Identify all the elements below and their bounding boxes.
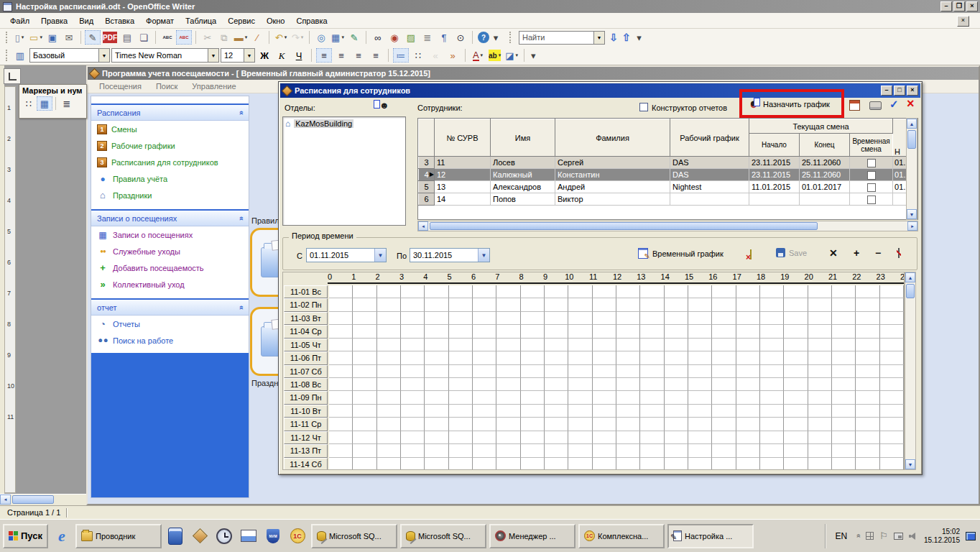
schedule-cell[interactable] xyxy=(760,365,784,378)
temporary-shift-checkbox[interactable] xyxy=(867,196,876,204)
writer-menu-item[interactable]: Вставка xyxy=(99,14,140,27)
schedule-cell[interactable] xyxy=(808,458,832,470)
schedule-cell[interactable] xyxy=(521,325,545,338)
save-button[interactable]: Save xyxy=(776,248,807,257)
schedule-cell[interactable] xyxy=(736,312,760,325)
schedule-cell[interactable] xyxy=(401,325,425,338)
schedule-cell[interactable] xyxy=(880,339,904,351)
schedule-cell[interactable] xyxy=(377,431,401,444)
table-cell[interactable]: 14 xyxy=(435,193,491,206)
schedule-cell[interactable] xyxy=(449,418,473,431)
schedule-cell[interactable] xyxy=(425,339,448,351)
document-close-icon[interactable]: × xyxy=(957,16,969,27)
schedule-cell[interactable] xyxy=(401,431,425,444)
report-builder-checkbox[interactable] xyxy=(639,103,648,111)
schedule-cell[interactable] xyxy=(784,391,808,404)
zoom-icon[interactable]: ⊙ xyxy=(453,30,468,45)
toolbar-options-icon[interactable]: ▾ xyxy=(491,30,500,45)
schedule-cell[interactable] xyxy=(545,391,568,404)
schedule-cell[interactable] xyxy=(329,365,353,378)
schedule-cell[interactable] xyxy=(808,285,832,298)
sidebar-item-work-search[interactable]: ☻☻Поиск на работе xyxy=(91,332,249,349)
schedule-cell[interactable] xyxy=(568,418,592,431)
taskbar-task-комплексна-[interactable]: 1СКомплексна... xyxy=(578,524,665,548)
scrollbar-thumb[interactable] xyxy=(430,222,818,230)
schedule-cell[interactable] xyxy=(593,365,616,378)
schedule-cell[interactable] xyxy=(353,444,376,457)
schedule-cell[interactable] xyxy=(712,351,736,364)
schedule-cell[interactable] xyxy=(329,325,353,338)
schedule-cell[interactable] xyxy=(329,312,353,325)
taskbar-task-менеджер-[interactable]: Менеджер ... xyxy=(489,524,575,548)
sidebar-item-collective-leave[interactable]: »Коллективный уход xyxy=(91,276,249,293)
schedule-cell[interactable] xyxy=(784,339,808,351)
schedule-cell[interactable] xyxy=(760,378,784,391)
list-item[interactable]: ⌂ KazMosBuilding xyxy=(285,119,403,129)
schedule-cell[interactable] xyxy=(616,444,640,457)
table-cell[interactable] xyxy=(850,193,893,206)
schedule-cell[interactable] xyxy=(736,339,760,351)
schedule-cell[interactable] xyxy=(688,312,712,325)
chevron-down-icon[interactable]: ▼ xyxy=(244,49,254,62)
table-row[interactable]: 513АлександровАндрейNightest11.01.201501… xyxy=(419,181,907,193)
schedule-cell[interactable] xyxy=(425,312,448,325)
schedule-cell[interactable] xyxy=(401,339,425,351)
schedule-cell[interactable] xyxy=(473,405,496,418)
panel-title[interactable]: Маркеры и нум xyxy=(19,85,86,96)
schedule-cell[interactable] xyxy=(784,351,808,364)
scroll-down-icon[interactable]: ▼ xyxy=(905,459,915,469)
app-menu-item[interactable]: Поиск xyxy=(150,80,183,93)
schedule-cell[interactable] xyxy=(353,365,376,378)
table-cell[interactable]: 25.11.2060 xyxy=(800,157,850,169)
schedule-cell[interactable] xyxy=(712,431,736,444)
schedule-cell[interactable] xyxy=(568,351,592,364)
schedule-cell[interactable] xyxy=(832,312,856,325)
table-cell[interactable]: Андрей xyxy=(555,181,670,193)
schedule-cell[interactable] xyxy=(640,444,664,457)
row-number-cell[interactable]: 6 xyxy=(419,193,435,206)
schedule-cell[interactable] xyxy=(712,285,736,298)
chevron-up-icon[interactable]: » xyxy=(236,110,245,114)
table-cell[interactable]: 23.11.2015 xyxy=(749,169,800,181)
schedule-cell[interactable] xyxy=(449,431,473,444)
table-row[interactable]: 4▶12КалюжныйКонстантинDAS23.11.201525.11… xyxy=(419,169,907,181)
schedule-cell[interactable] xyxy=(545,351,568,364)
schedule-cell[interactable] xyxy=(353,418,376,431)
network-tray-icon[interactable] xyxy=(894,533,903,540)
schedule-cell[interactable] xyxy=(616,365,640,378)
schedule-cell[interactable] xyxy=(784,418,808,431)
schedule-cell[interactable] xyxy=(880,312,904,325)
writer-menu-item[interactable]: Таблица xyxy=(180,14,222,27)
bold-icon[interactable]: Ж xyxy=(256,48,272,63)
schedule-cell[interactable] xyxy=(760,312,784,325)
zoom-out-icon[interactable]: − xyxy=(875,247,881,259)
table-cell[interactable]: Лосев xyxy=(491,157,555,169)
writer-menu-item[interactable]: Файл xyxy=(4,14,35,27)
table-cell[interactable]: 11.01.2015 xyxy=(749,181,800,193)
schedule-cell[interactable] xyxy=(593,444,616,457)
new-document-icon[interactable]: ▯▾ xyxy=(11,30,27,45)
writer-menu-item[interactable]: Правка xyxy=(35,14,73,27)
schedule-cell[interactable] xyxy=(473,378,496,391)
column-header[interactable]: Фамилия xyxy=(555,119,670,157)
schedule-cell[interactable] xyxy=(856,285,879,298)
schedule-cell[interactable] xyxy=(688,339,712,351)
clear-schedule-icon[interactable] xyxy=(898,248,900,258)
employees-horizontal-scrollbar[interactable]: ◂ ▸ xyxy=(417,221,918,231)
schedule-cell[interactable] xyxy=(616,351,640,364)
schedule-cell[interactable] xyxy=(736,418,760,431)
schedule-cell[interactable] xyxy=(640,378,664,391)
schedule-cell[interactable] xyxy=(832,285,856,298)
schedule-cell[interactable] xyxy=(784,458,808,470)
table-cell[interactable]: DAS xyxy=(670,157,749,169)
period-to-select[interactable]: 30.11.2015 ▼ xyxy=(410,248,490,262)
schedule-cell[interactable] xyxy=(353,285,376,298)
sidebar-item-employee-schedules[interactable]: 3Расписания для сотрудников xyxy=(91,154,249,170)
maximize-icon[interactable]: □ xyxy=(894,86,905,96)
schedule-cell[interactable] xyxy=(784,325,808,338)
schedule-cell[interactable] xyxy=(329,418,353,431)
schedule-cell[interactable] xyxy=(760,351,784,364)
zoom-in-icon[interactable]: + xyxy=(854,247,859,259)
schedule-cell[interactable] xyxy=(760,458,784,470)
schedule-cell[interactable] xyxy=(808,325,832,338)
